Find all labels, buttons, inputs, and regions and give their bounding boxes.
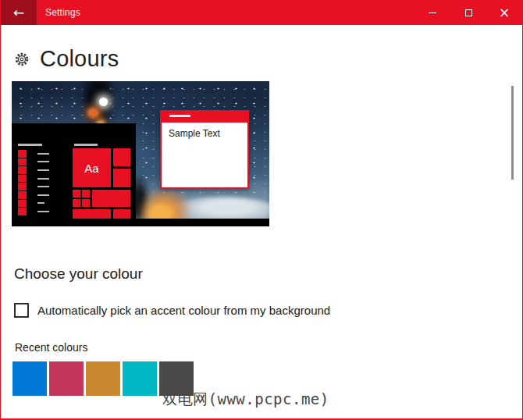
close-icon: × [499, 6, 510, 20]
start-tile [73, 209, 111, 219]
watermark: 双电网(www.pcpc.me) [162, 390, 329, 410]
auto-accent-label: Automatically pick an accent colour from… [37, 304, 330, 317]
colour-preview-image: Aa Sample Text [12, 81, 269, 226]
settings-window: ← Settings × Colours [0, 0, 523, 420]
start-tile [92, 190, 130, 207]
caption-buttons: × [414, 0, 522, 25]
start-tile [113, 209, 130, 219]
scrollbar-thumb[interactable] [511, 86, 514, 180]
close-button[interactable]: × [486, 0, 522, 25]
minimize-icon [429, 12, 436, 13]
start-tile [82, 199, 90, 207]
start-tile-large: Aa [73, 148, 111, 187]
recent-colour-swatch[interactable] [123, 361, 157, 396]
taskbar-preview [12, 219, 269, 226]
back-arrow-icon: ← [13, 5, 24, 20]
start-tile [73, 190, 80, 198]
choose-colour-heading: Choose your colour [14, 265, 143, 283]
minimize-button[interactable] [414, 0, 450, 25]
star-glint [99, 98, 108, 106]
start-menu-preview: Aa [12, 123, 136, 226]
titlebar: ← Settings × [1, 0, 522, 25]
start-tile [113, 169, 130, 187]
start-tile [113, 148, 130, 166]
page-title: Colours [40, 46, 119, 72]
recent-colour-swatch[interactable] [12, 361, 47, 396]
start-tile [82, 190, 90, 198]
maximize-button[interactable] [450, 0, 486, 25]
start-tile [73, 199, 80, 207]
ornament-glow [87, 108, 99, 118]
menu-header-line [18, 144, 42, 146]
auto-accent-row[interactable]: Automatically pick an accent colour from… [14, 303, 330, 318]
recent-colour-swatch[interactable] [49, 361, 84, 396]
window-title: Settings [45, 7, 80, 18]
page-header: Colours [14, 46, 119, 72]
tiles-header-line [74, 144, 98, 146]
start-tile-label: Aa [84, 162, 98, 175]
back-button[interactable]: ← [1, 0, 37, 25]
sample-window-title-line [169, 115, 190, 117]
app-list-preview [18, 150, 49, 215]
recent-colour-swatch[interactable] [86, 361, 120, 396]
auto-accent-checkbox[interactable] [14, 303, 29, 318]
recent-colours-heading: Recent colours [15, 341, 87, 354]
maximize-icon [465, 9, 472, 16]
sample-text: Sample Text [169, 128, 220, 139]
sample-window-preview: Sample Text [160, 110, 249, 189]
sample-window-titlebar [160, 110, 249, 123]
gear-icon [14, 52, 30, 67]
